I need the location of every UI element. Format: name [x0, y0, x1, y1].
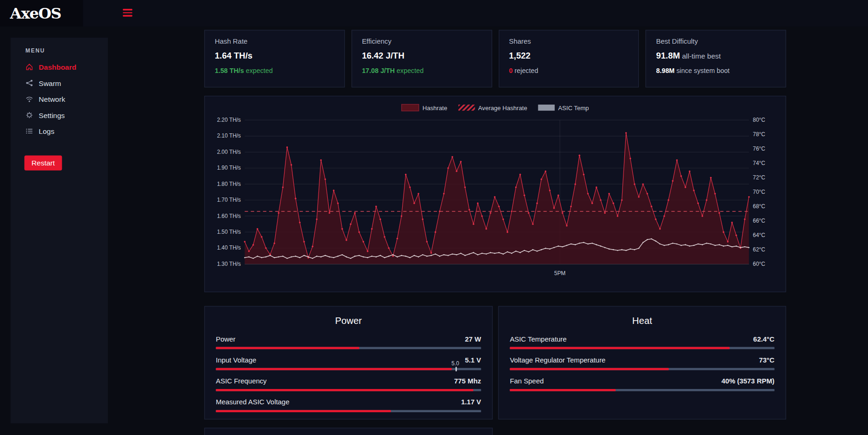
chart-legend: HashrateAverage HashrateASIC Temp — [212, 104, 778, 111]
sidebar-item-logs[interactable]: Logs — [26, 127, 100, 136]
svg-text:72°C: 72°C — [753, 174, 765, 181]
power-panel: Power Power27 WInput Voltage5.1 V5.0ASIC… — [204, 306, 492, 419]
hashrate-chart-card: HashrateAverage HashrateASIC Temp 2.20 T… — [204, 96, 786, 292]
svg-text:1.30 TH/s: 1.30 TH/s — [217, 261, 241, 267]
logo-block: AxeOS — [0, 0, 83, 26]
meter-fill — [216, 347, 359, 349]
stat-card-hash-rate: Hash Rate1.64 TH/s1.58 TH/s expected — [204, 30, 345, 87]
meter-head: Voltage Regulator Temperature73°C — [510, 356, 775, 364]
meter-value: 27 W — [465, 336, 481, 343]
stat-value: 1,522 — [509, 51, 629, 61]
legend-label: ASIC Temp — [558, 104, 589, 111]
meter-fill — [216, 389, 473, 391]
legend-item-average-hashrate[interactable]: Average Hashrate — [458, 104, 527, 111]
restart-button[interactable]: Restart — [24, 156, 62, 171]
meter-bar — [510, 368, 775, 370]
svg-text:80°C: 80°C — [753, 117, 765, 123]
svg-text:78°C: 78°C — [753, 131, 765, 138]
meter-row-measured-asic-voltage: Measured ASIC Voltage1.17 V — [216, 398, 481, 412]
svg-text:1.40 TH/s: 1.40 TH/s — [217, 244, 241, 251]
meter-value: 73°C — [759, 356, 775, 364]
sidebar-item-label: Dashboard — [39, 63, 76, 71]
stat-subtext: 0 rejected — [509, 67, 629, 75]
meter-head: ASIC Temperature62.4°C — [510, 336, 775, 343]
meter-row-asic-frequency: ASIC Frequency775 Mhz — [216, 377, 481, 391]
sidebar-items: DashboardSwarmNetworkSettingsLogs — [26, 63, 100, 136]
top-navbar: AxeOS — [0, 0, 868, 26]
svg-text:2.00 TH/s: 2.00 TH/s — [217, 149, 241, 155]
stat-card-efficiency: Efficiency16.42 J/TH17.08 J/TH expected — [351, 30, 492, 87]
home-icon — [26, 63, 33, 71]
svg-text:62°C: 62°C — [753, 246, 765, 253]
sidebar-item-settings[interactable]: Settings — [26, 111, 100, 119]
stat-label: Shares — [509, 38, 629, 46]
stat-value: 16.42 J/TH — [362, 51, 481, 61]
svg-text:60°C: 60°C — [753, 261, 765, 267]
sidebar-item-network[interactable]: Network — [26, 95, 100, 104]
heat-panel: Heat ASIC Temperature62.4°CVoltage Regul… — [498, 306, 786, 419]
meter-label: Power — [216, 336, 235, 343]
stat-card-shares: Shares1,5220 rejected — [498, 30, 639, 87]
legend-item-asic-temp[interactable]: ASIC Temp — [538, 104, 589, 111]
sidebar-item-label: Network — [39, 95, 65, 103]
meter-bar — [216, 389, 481, 391]
stat-card-best-difficulty: Best Difficulty91.8M all-time best8.98M … — [646, 30, 786, 87]
meter-head: Power27 W — [216, 336, 481, 343]
hashrate-chart-svg: 2.20 TH/s2.10 TH/s2.00 TH/s1.90 TH/s1.80… — [212, 114, 778, 279]
svg-text:2.20 TH/s: 2.20 TH/s — [217, 117, 241, 123]
sidebar-item-label: Settings — [39, 111, 65, 119]
meter-row-fan-speed: Fan Speed40% (3573 RPM) — [510, 377, 775, 391]
meter-label: Voltage Regulator Temperature — [510, 356, 606, 364]
stat-label: Hash Rate — [215, 38, 334, 46]
app-logo: AxeOS — [10, 5, 61, 22]
svg-text:1.70 TH/s: 1.70 TH/s — [217, 197, 241, 203]
hamburger-icon — [123, 12, 132, 13]
meter-label: Input Voltage — [216, 356, 256, 364]
stat-subtext: 8.98M since system boot — [656, 67, 775, 75]
main-content: Hash Rate1.64 TH/s1.58 TH/s expectedEffi… — [204, 30, 786, 435]
share-icon — [26, 79, 33, 87]
hamburger-icon — [123, 15, 132, 16]
wifi-icon — [26, 95, 33, 103]
temp-swatch-icon — [538, 105, 555, 111]
meter-label: Measured ASIC Voltage — [216, 398, 289, 406]
sidebar-item-dashboard[interactable]: Dashboard — [26, 63, 100, 72]
meter-fill — [216, 368, 452, 370]
stat-value: 1.64 TH/s — [215, 51, 334, 61]
stat-value: 91.8M all-time best — [656, 51, 775, 61]
meter-bar — [510, 347, 775, 349]
meter-bar: 5.0 — [216, 368, 481, 370]
svg-text:1.60 TH/s: 1.60 TH/s — [217, 213, 241, 219]
stat-label: Best Difficulty — [656, 38, 775, 46]
sidebar-menu-label: MENU — [26, 47, 100, 53]
legend-item-hashrate[interactable]: Hashrate — [402, 104, 447, 111]
svg-text:5PM: 5PM — [554, 270, 565, 277]
meter-row-asic-temperature: ASIC Temperature62.4°C — [510, 336, 775, 349]
meter-row-voltage-regulator-temperature: Voltage Regulator Temperature73°C — [510, 356, 775, 370]
meter-label: ASIC Temperature — [510, 336, 567, 343]
stats-row: Hash Rate1.64 TH/s1.58 TH/s expectedEffi… — [204, 30, 786, 87]
hashrate-chart: 2.20 TH/s2.10 TH/s2.00 TH/s1.90 TH/s1.80… — [212, 114, 778, 279]
meter-fill — [510, 389, 616, 391]
menu-toggle-button[interactable] — [123, 9, 132, 18]
meter-head: Fan Speed40% (3573 RPM) — [510, 377, 775, 385]
gear-icon — [26, 111, 33, 119]
svg-text:2.10 TH/s: 2.10 TH/s — [217, 132, 241, 139]
panels-row: Power Power27 WInput Voltage5.1 V5.0ASIC… — [204, 306, 786, 419]
sidebar-item-swarm[interactable]: Swarm — [26, 79, 100, 87]
list-icon — [26, 127, 33, 135]
meter-value: 62.4°C — [753, 336, 775, 343]
svg-text:1.50 TH/s: 1.50 TH/s — [217, 229, 241, 235]
meter-marker: 5.0 — [456, 367, 457, 371]
sidebar: MENU DashboardSwarmNetworkSettingsLogs R… — [11, 38, 108, 423]
svg-text:1.80 TH/s: 1.80 TH/s — [217, 181, 241, 187]
heat-panel-title: Heat — [510, 316, 775, 327]
hamburger-icon — [123, 9, 132, 10]
partial-card — [204, 428, 492, 435]
meter-bar — [216, 410, 481, 412]
svg-text:1.90 TH/s: 1.90 TH/s — [217, 165, 241, 171]
meter-fill — [510, 347, 729, 349]
hashrate-swatch-icon — [402, 104, 419, 111]
app-root: AxeOS MENU DashboardSwarmNetworkSettings… — [0, 0, 868, 435]
meter-label: Fan Speed — [510, 377, 544, 385]
